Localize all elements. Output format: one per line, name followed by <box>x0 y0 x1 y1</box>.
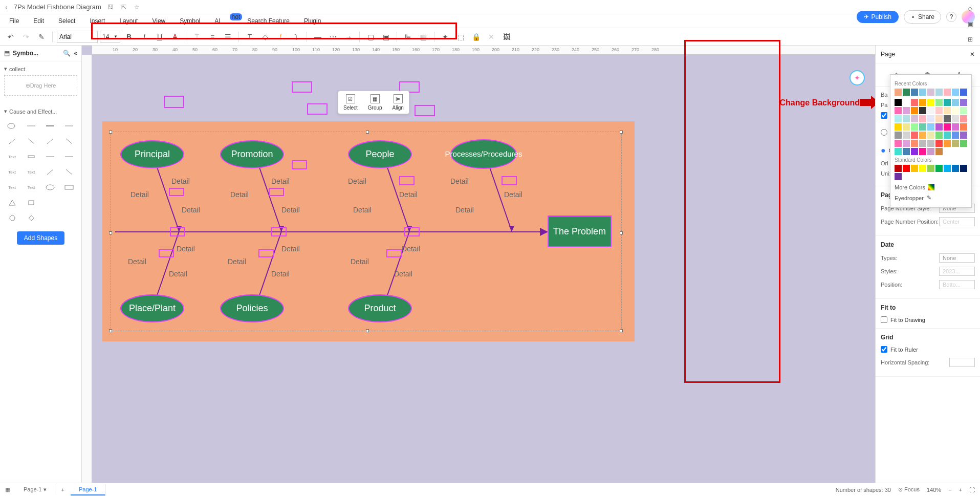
color-swatch[interactable] <box>960 89 967 96</box>
empty-shape[interactable] <box>502 176 517 185</box>
color-swatch[interactable] <box>952 140 959 147</box>
empty-shape[interactable] <box>269 188 284 196</box>
color-swatch[interactable] <box>919 89 926 96</box>
color-swatch[interactable] <box>895 165 902 172</box>
color-swatch[interactable] <box>903 107 910 114</box>
menu-search-feature[interactable]: Search Feature <box>247 17 290 25</box>
shape-item[interactable] <box>4 212 20 224</box>
color-swatch[interactable] <box>935 107 943 114</box>
color-swatch[interactable] <box>903 140 910 147</box>
layers-button[interactable]: ▣ <box>379 30 393 44</box>
color-swatch[interactable] <box>911 148 918 155</box>
empty-shape[interactable] <box>164 96 184 108</box>
shape-item[interactable] <box>61 197 77 209</box>
color-swatch[interactable] <box>919 148 926 155</box>
color-swatch[interactable] <box>960 115 967 122</box>
color-swatch[interactable] <box>911 165 918 172</box>
eyedropper-link[interactable]: Eyedropper ✎ <box>895 192 967 203</box>
select-tool[interactable]: ☑Select <box>338 91 363 114</box>
shape-item[interactable] <box>42 120 58 132</box>
color-swatch[interactable] <box>927 107 934 114</box>
detail-label[interactable]: Detail <box>182 206 200 214</box>
align-vertical-button[interactable]: ☰ <box>221 30 234 44</box>
fill-color-button[interactable]: ◇ <box>258 30 272 44</box>
shape-item[interactable] <box>61 135 77 147</box>
detail-label[interactable]: Detail <box>455 206 474 214</box>
color-swatch[interactable] <box>895 115 902 122</box>
shape-item[interactable] <box>23 212 39 224</box>
canvas[interactable]: 1020304050607080901001101201301401501601… <box>82 46 875 483</box>
shape-item[interactable] <box>42 197 58 209</box>
color-swatch[interactable] <box>895 99 902 106</box>
color-swatch[interactable] <box>927 123 934 131</box>
color-swatch[interactable] <box>927 132 934 139</box>
shadow-button[interactable]: ▢ <box>364 30 377 44</box>
layers-icon[interactable]: ▣ <box>968 20 977 30</box>
add-shapes-button[interactable]: Add Shapes <box>17 231 64 245</box>
detail-label[interactable]: Detail <box>177 245 195 253</box>
color-swatch[interactable] <box>935 99 943 106</box>
color-swatch[interactable] <box>895 89 902 96</box>
export-icon[interactable]: ⇱ <box>121 4 126 11</box>
detail-label[interactable]: Detail <box>348 177 366 185</box>
color-swatch[interactable] <box>903 165 910 172</box>
effects-button[interactable]: ⬚ <box>454 30 467 44</box>
shape-item[interactable] <box>23 197 39 209</box>
focus-button[interactable]: ⊙ Focus <box>898 486 920 493</box>
color-swatch[interactable] <box>952 132 959 139</box>
page-number-position-select[interactable]: Center <box>939 217 975 226</box>
color-swatch[interactable] <box>952 115 959 122</box>
node-place-plant[interactable]: Place/Plant <box>120 294 184 322</box>
node-promotion[interactable]: Promotion <box>220 140 284 168</box>
color-swatch[interactable] <box>919 165 926 172</box>
color-swatch[interactable] <box>935 165 943 172</box>
detail-label[interactable]: Detail <box>351 257 369 266</box>
publish-button[interactable]: ✈Publish <box>857 11 899 23</box>
zoom-level[interactable]: 140% <box>927 487 941 493</box>
shape-item[interactable] <box>61 150 77 163</box>
color-swatch[interactable] <box>911 99 918 106</box>
shape-item[interactable] <box>23 120 39 132</box>
detail-label[interactable]: Detail <box>353 206 372 214</box>
detail-label[interactable]: Detail <box>281 245 300 253</box>
detail-label[interactable]: Detail <box>504 190 522 199</box>
align-left-button[interactable]: ≡ <box>206 30 219 44</box>
shape-item[interactable] <box>42 135 58 147</box>
color-swatch[interactable] <box>911 140 918 147</box>
detail-label[interactable]: Detail <box>130 190 149 199</box>
star-icon[interactable]: ☆ <box>134 4 140 11</box>
empty-shape[interactable] <box>399 176 415 185</box>
more-colors-link[interactable]: More Colors <box>895 182 967 192</box>
detail-label[interactable]: Detail <box>394 270 412 278</box>
color-swatch[interactable] <box>927 165 934 172</box>
empty-shape[interactable] <box>307 103 328 115</box>
color-swatch[interactable] <box>895 132 902 139</box>
color-swatch[interactable] <box>903 99 910 106</box>
checkbox-pa[interactable] <box>881 112 887 119</box>
color-swatch[interactable] <box>944 123 951 131</box>
font-size-select[interactable]: 14▼ <box>100 31 120 43</box>
align-tool[interactable]: ⊫Align <box>387 91 409 114</box>
node-product[interactable]: Product <box>348 294 412 322</box>
color-swatch[interactable] <box>895 148 902 155</box>
format-painter[interactable]: ✎ <box>35 30 48 44</box>
empty-shape[interactable] <box>169 188 184 196</box>
color-swatch[interactable] <box>927 140 934 147</box>
color-swatch[interactable] <box>919 99 926 106</box>
color-swatch[interactable] <box>903 123 910 131</box>
color-swatch[interactable] <box>935 115 943 122</box>
detail-label[interactable]: Detail <box>230 190 249 199</box>
menu-symbol[interactable]: Symbol <box>180 17 200 25</box>
fit-to-drawing-checkbox[interactable] <box>881 316 887 323</box>
empty-shape[interactable] <box>271 227 287 236</box>
detail-label[interactable]: Detail <box>271 270 290 278</box>
color-swatch[interactable] <box>911 115 918 122</box>
color-swatch[interactable] <box>911 107 918 114</box>
cause-effect-section[interactable]: ▾ Cause and Effect... <box>4 108 77 115</box>
share-button[interactable]: ⚬Share <box>904 10 941 24</box>
ai-button[interactable]: ✦ <box>439 30 452 44</box>
node-processes[interactable]: Processes/Procedures <box>450 139 517 169</box>
menu-select[interactable]: Select <box>58 17 75 25</box>
detail-label[interactable]: Detail <box>128 257 146 266</box>
color-swatch[interactable] <box>911 89 918 96</box>
